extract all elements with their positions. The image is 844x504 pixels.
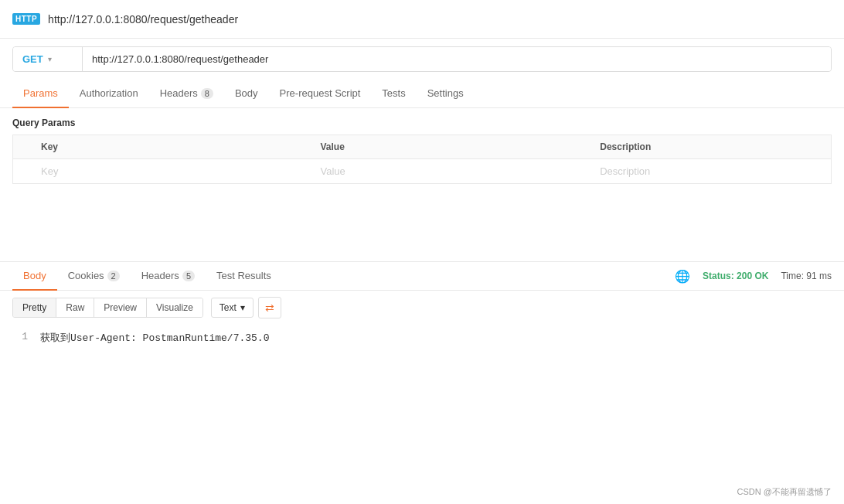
time-text: Time: 91 ms <box>781 271 832 281</box>
title-bar: HTTP http://127.0.0.1:8080/request/gethe… <box>0 0 844 39</box>
tab-settings[interactable]: Settings <box>417 80 475 108</box>
response-toolbar: Pretty Raw Preview Visualize Text ▾ ⇄ <box>0 291 844 325</box>
line-numbers: 1 <box>12 331 28 345</box>
request-bar: GET ▾ <box>12 46 832 72</box>
status-text: Status: 200 OK <box>703 271 768 281</box>
method-label: GET <box>22 53 43 65</box>
http-icon: HTTP <box>12 13 40 25</box>
raw-button[interactable]: Raw <box>56 298 94 317</box>
col-key-header: Key <box>32 135 311 159</box>
code-line-1: 获取到User-Agent: PostmanRuntime/7.35.0 <box>40 332 269 344</box>
type-label: Text <box>220 302 237 313</box>
row-key-cell[interactable]: Key <box>32 159 311 184</box>
type-chevron-icon: ▾ <box>240 302 245 313</box>
row-value-cell[interactable]: Value <box>311 159 590 184</box>
tab-body[interactable]: Body <box>224 80 269 108</box>
resp-headers-badge: 5 <box>182 271 195 281</box>
tab-prerequest[interactable]: Pre-request Script <box>269 80 372 108</box>
tab-cookies[interactable]: Cookies2 <box>57 262 131 291</box>
visualize-button[interactable]: Visualize <box>147 298 202 317</box>
wrap-button[interactable]: ⇄ <box>258 297 281 318</box>
headers-badge: 8 <box>201 88 213 99</box>
globe-icon: 🌐 <box>675 269 690 284</box>
pretty-button[interactable]: Pretty <box>13 298 56 317</box>
chevron-down-icon: ▾ <box>48 55 52 63</box>
tab-tests[interactable]: Tests <box>371 80 416 108</box>
preview-button[interactable]: Preview <box>94 298 147 317</box>
method-select[interactable]: GET ▾ <box>13 47 83 71</box>
cookies-badge: 2 <box>107 271 120 281</box>
response-status: 🌐 Status: 200 OK Time: 91 ms <box>675 269 832 284</box>
request-tabs-bar: Params Authorization Headers8 Body Pre-r… <box>0 80 844 108</box>
code-area: 1 获取到User-Agent: PostmanRuntime/7.35.0 <box>0 325 844 351</box>
tab-authorization[interactable]: Authorization <box>69 80 149 108</box>
watermark: CSDN @不能再留遗憾了 <box>737 486 832 498</box>
url-input[interactable] <box>83 47 831 71</box>
col-checkbox <box>13 135 32 159</box>
table-row: Key Value Description <box>13 159 832 184</box>
tab-params[interactable]: Params <box>12 80 69 108</box>
query-params-title: Query Params <box>0 108 844 135</box>
type-select-button[interactable]: Text ▾ <box>211 298 254 318</box>
format-button-group: Pretty Raw Preview Visualize <box>12 298 203 318</box>
tab-test-results[interactable]: Test Results <box>206 262 282 291</box>
tab-response-headers[interactable]: Headers5 <box>131 262 206 291</box>
row-desc-cell[interactable]: Description <box>590 159 831 184</box>
tab-response-body[interactable]: Body <box>12 262 57 291</box>
title-url: http://127.0.0.1:8080/request/getheader <box>48 13 238 26</box>
tab-headers[interactable]: Headers8 <box>149 80 224 108</box>
response-tabs-bar: Body Cookies2 Headers5 Test Results 🌐 St… <box>0 262 844 291</box>
params-table: Key Value Description Key Value Descript… <box>12 135 832 184</box>
row-checkbox <box>13 159 32 184</box>
col-value-header: Value <box>311 135 590 159</box>
code-content: 获取到User-Agent: PostmanRuntime/7.35.0 <box>40 331 832 345</box>
col-description-header: Description <box>590 135 831 159</box>
